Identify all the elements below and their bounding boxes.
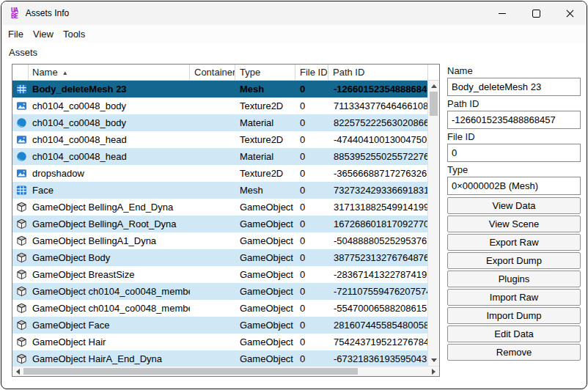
table-row[interactable]: GameObject ch0104_co0048_member GameObje… <box>12 283 427 300</box>
view-data-button[interactable]: View Data <box>447 197 581 214</box>
import-dump-button[interactable]: Import Dump <box>447 307 581 324</box>
asset-path-id: -283671413227874195 <box>328 269 427 280</box>
import-raw-button[interactable]: Import Raw <box>447 289 581 306</box>
table-row[interactable]: ch0104_co0048_head Material 0 8853952550… <box>12 148 427 165</box>
export-dump-button[interactable]: Export Dump <box>447 252 581 269</box>
table-row[interactable]: GameObject Hair GameObject 0 75424371952… <box>12 334 427 350</box>
path-id-input[interactable] <box>447 111 581 129</box>
asset-name: ch0104_co0048_body <box>29 117 190 128</box>
asset-type: GameObject <box>235 252 295 263</box>
table-row[interactable]: GameObject Face GameObject 0 28160744558… <box>12 317 427 334</box>
scroll-left-button[interactable] <box>12 367 23 376</box>
asset-path-id: 387752313276764876 <box>328 252 427 263</box>
field-label: File ID <box>447 131 581 142</box>
asset-name: GameObject Hair <box>29 336 190 347</box>
asset-type: GameObject <box>235 269 295 280</box>
column-header-file-id[interactable]: File ID <box>295 65 328 80</box>
asset-file-id: 0 <box>295 218 328 229</box>
texture2d-icon <box>12 134 29 145</box>
table-row[interactable]: GameObject BellingA_Root_Dyna GameObject… <box>12 216 427 232</box>
asset-type: GameObject <box>235 286 295 297</box>
remove-button[interactable]: Remove <box>447 344 581 361</box>
scroll-right-button[interactable] <box>428 367 439 376</box>
field-label: Type <box>447 164 581 175</box>
asset-name: GameObject BreastSize <box>29 269 190 280</box>
horizontal-scrollbar-thumb[interactable] <box>23 368 358 375</box>
table-row[interactable]: GameObject BreastSize GameObject 0 -2836… <box>12 266 427 283</box>
column-header-container[interactable]: Container <box>190 65 235 80</box>
tools-menu[interactable]: Tools <box>63 29 85 40</box>
titlebar: UA BE Assets Info <box>1 1 587 25</box>
asset-rows: Body_deleteMesh 23 Mesh 0 -1266015235488… <box>12 81 427 366</box>
table-row[interactable]: ch0104_co0048_head Texture2D 0 -47440410… <box>12 131 427 148</box>
export-raw-button[interactable]: Export Raw <box>447 234 581 251</box>
file-id-input[interactable] <box>447 144 581 162</box>
asset-path-id: -55470006588208615 <box>328 303 427 314</box>
column-header-stub <box>428 65 439 80</box>
field-label: Path ID <box>447 98 581 109</box>
horizontal-scrollbar[interactable] <box>12 366 439 376</box>
asset-type: Material <box>235 151 295 162</box>
gameobject-icon <box>12 252 29 263</box>
vertical-scrollbar-thumb[interactable] <box>430 92 438 116</box>
column-header-type[interactable]: Type <box>235 65 295 80</box>
maximize-button[interactable] <box>519 1 553 25</box>
asset-file-id: 0 <box>295 320 328 331</box>
texture2d-icon <box>12 168 29 179</box>
close-button[interactable] <box>553 1 587 25</box>
scroll-down-icon <box>431 358 437 362</box>
table-row[interactable]: GameObject BellingA_End_Dyna GameObject … <box>12 199 427 216</box>
menubar: File View Tools <box>1 25 587 43</box>
table-row[interactable]: ch0104_co0048_body Texture2D 0 711334377… <box>12 98 427 114</box>
close-icon <box>566 10 574 18</box>
view-menu[interactable]: View <box>33 29 54 40</box>
table-row[interactable]: Face Mesh 0 732732429336691831 <box>12 182 427 199</box>
material-icon <box>12 151 29 162</box>
view-scene-button[interactable]: View Scene <box>447 216 581 232</box>
table-row[interactable]: ch0104_co0048_body Material 0 8225752225… <box>12 114 427 131</box>
gameobject-icon <box>12 353 29 364</box>
asset-file-id: 0 <box>295 252 328 263</box>
asset-file-id: 0 <box>295 336 328 347</box>
uabe-logo-icon: UA BE <box>11 7 18 19</box>
column-header-icon[interactable] <box>12 65 29 80</box>
column-header-path-id[interactable]: Path ID <box>328 65 428 80</box>
scroll-up-button[interactable] <box>428 81 439 92</box>
edit-data-button[interactable]: Edit Data <box>447 325 581 342</box>
asset-path-id: -1266015235488868457 <box>328 84 427 95</box>
asset-file-id: 0 <box>295 303 328 314</box>
name-input[interactable] <box>447 78 581 96</box>
asset-type: GameObject <box>235 353 295 364</box>
asset-name: GameObject HairA_End_Dyna <box>29 353 190 364</box>
type-input[interactable] <box>447 177 581 195</box>
asset-file-id: 0 <box>295 235 328 246</box>
asset-path-id: 711334377646466108 <box>328 100 427 111</box>
scroll-down-button[interactable] <box>428 355 439 366</box>
asset-path-id: 281607445585480058 <box>328 320 427 331</box>
asset-name: GameObject BellingA_End_Dyna <box>29 202 190 213</box>
asset-path-id: 732732429336691831 <box>328 185 427 196</box>
table-row[interactable]: GameObject HairA_End_Dyna GameObject 0 -… <box>12 350 427 366</box>
asset-action-buttons: View Data View Scene Export Raw Export D… <box>447 197 581 361</box>
detail-field: Path ID <box>447 98 581 129</box>
table-row[interactable]: GameObject Body GameObject 0 38775231327… <box>12 249 427 266</box>
asset-path-id: 822575222563020866 <box>328 117 427 128</box>
asset-file-id: 0 <box>295 100 328 111</box>
table-row[interactable]: Body_deleteMesh 23 Mesh 0 -1266015235488… <box>12 81 427 98</box>
vertical-scrollbar[interactable] <box>427 81 439 366</box>
minimize-button[interactable] <box>485 1 519 25</box>
table-row[interactable]: GameObject BellingA1_Dyna GameObject 0 -… <box>12 232 427 249</box>
sort-ascending-icon: ▲ <box>62 70 68 76</box>
gameobject-icon <box>12 235 29 246</box>
plugins-button[interactable]: Plugins <box>447 271 581 287</box>
column-header-path-id-label: Path ID <box>333 67 364 78</box>
table-row[interactable]: dropshadow Texture2D 0 -3656668871727632… <box>12 165 427 182</box>
file-menu[interactable]: File <box>8 29 23 40</box>
asset-path-id: -47440410013004750 <box>328 134 427 145</box>
scroll-left-icon <box>16 369 20 375</box>
column-header-name[interactable]: Name▲ <box>29 65 190 80</box>
window-controls <box>485 1 587 25</box>
material-icon <box>12 117 29 128</box>
asset-type: Mesh <box>235 84 295 95</box>
table-row[interactable]: GameObject ch0104_co0048_member GameObje… <box>12 300 427 317</box>
